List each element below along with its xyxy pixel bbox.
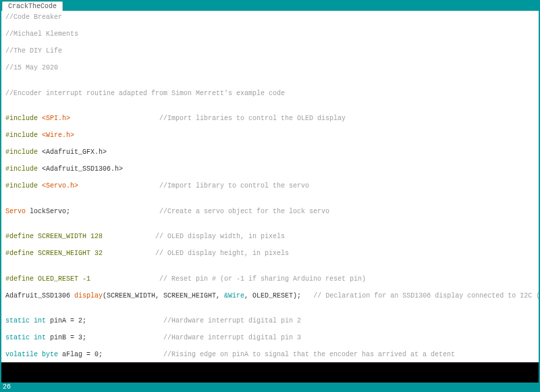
code-line: #define SCREEN_HEIGHT 32 // OLED display… (5, 250, 535, 258)
code-line: //Code Breaker (5, 13, 535, 22)
code-line: //The DIY Life (5, 47, 535, 56)
code-line: #define OLED_RESET -1 // Reset pin # (or… (5, 275, 535, 284)
code-line: Adafruit_SSD1306 display(SCREEN_WIDTH, S… (5, 292, 535, 301)
code-line: #include <Adafruit_SSD1306.h> (5, 165, 535, 174)
code-line: static int pinB = 3; //Hardware interrup… (5, 334, 535, 343)
code-line: //Encoder interrupt routine adapted from… (5, 90, 535, 99)
code-line: #include <Servo.h> //Import library to c… (5, 182, 535, 191)
status-line-number: 26 (3, 383, 11, 391)
code-line: volatile byte aFlag = 0; //Rising edge o… (5, 351, 535, 360)
status-bar: 26 (0, 383, 540, 392)
code-line: #include <SPI.h> //Import libraries to c… (5, 115, 535, 123)
console-panel (1, 362, 539, 383)
app-frame: CrackTheCode //Code Breaker //Michael Kl… (0, 0, 540, 392)
code-line: Servo lockServo; //Create a servo object… (5, 208, 535, 217)
code-line: #include <Wire.h> (5, 132, 535, 140)
code-line: #define SCREEN_WIDTH 128 // OLED display… (5, 233, 535, 242)
code-editor[interactable]: //Code Breaker //Michael Klements //The … (1, 11, 539, 362)
tab-crackthecode[interactable]: CrackTheCode (2, 1, 63, 11)
tab-bar: CrackTheCode (0, 0, 540, 11)
code-line: #include <Adafruit_GFX.h> (5, 148, 535, 157)
code-line: static int pinA = 2; //Hardware interrup… (5, 317, 535, 326)
code-line: //15 May 2020 (5, 64, 535, 73)
code-line: //Michael Klements (5, 30, 535, 39)
